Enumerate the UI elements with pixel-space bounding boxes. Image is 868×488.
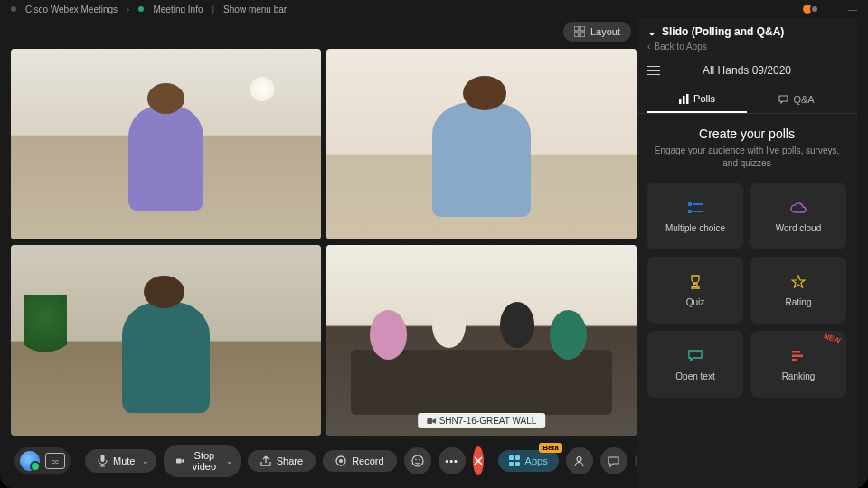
camera-icon [176,456,184,465]
layout-button[interactable]: Layout [563,22,631,42]
svg-rect-21 [693,203,703,205]
slido-panel: ⌄ Slido (Polling and Q&A) ‹ Back to Apps… [637,18,857,488]
apps-button[interactable]: Apps Beta [498,450,559,472]
layout-label: Layout [590,26,620,37]
svg-rect-4 [427,418,432,424]
svg-rect-20 [688,202,692,206]
svg-rect-25 [792,354,803,357]
poll-rating[interactable]: Rating [750,257,846,324]
poll-word-cloud[interactable]: Word cloud [750,183,846,249]
info-icon [138,6,144,12]
chevron-down-icon: ⌄ [647,25,656,38]
share-icon [260,455,271,466]
grid-icon [574,26,585,37]
poll-open-text[interactable]: Open text [647,331,743,398]
stop-video-button[interactable]: Stop video ⌄ [164,445,240,477]
video-tile-4[interactable]: SHN7-16-GREAT WALL [326,245,637,436]
speech-icon [688,350,703,362]
svg-point-11 [419,459,420,461]
svg-point-9 [412,455,423,466]
svg-rect-0 [574,26,579,31]
mic-icon [98,455,108,467]
poll-ranking[interactable]: NEW Ranking [750,331,846,398]
poll-quiz[interactable]: Quiz [647,257,743,324]
meeting-info-menu[interactable]: Meeting Info [153,5,203,14]
ranking-icon [792,350,805,362]
room-label: SHN7-16-GREAT WALL [418,413,546,428]
svg-rect-2 [574,33,579,37]
star-icon [791,275,806,289]
svg-rect-1 [580,26,585,31]
beta-badge: Beta [539,443,561,453]
chevron-down-icon[interactable]: ⌄ [226,456,233,465]
chat-icon [608,455,619,467]
video-tile-1[interactable] [11,49,321,239]
svg-point-16 [577,456,581,461]
apps-icon [509,455,520,466]
svg-rect-19 [686,94,689,104]
create-heading: Create your polls [651,127,843,141]
svg-rect-12 [509,455,514,460]
chevron-down-icon[interactable]: ⌄ [142,456,149,465]
svg-rect-22 [688,210,692,213]
record-icon [335,455,346,466]
panel-title-bar[interactable]: ⌄ Slido (Polling and Q&A) [637,18,857,42]
record-button[interactable]: Record [323,450,396,472]
event-title: All Hands 09/2020 [669,64,825,77]
svg-point-8 [339,459,343,463]
close-icon [473,455,484,466]
video-icon [427,418,436,425]
checklist-icon [688,202,703,214]
cloud-icon [790,202,807,213]
app-name: Cisco Webex Meetings [25,5,118,14]
tab-qa[interactable]: Q&A [747,86,846,113]
ellipsis-icon: ••• [445,455,458,466]
more-button[interactable]: ••• [439,447,466,474]
share-button[interactable]: Share [248,450,316,472]
svg-point-10 [415,459,417,461]
status-indicator-icon [803,5,812,14]
svg-rect-23 [693,211,703,212]
person-icon [573,455,585,467]
participants-button[interactable] [566,447,593,474]
panel-title: Slido (Polling and Q&A) [662,25,784,38]
svg-rect-3 [580,33,585,37]
assistant-icon [20,451,40,471]
reactions-button[interactable] [404,447,431,474]
smile-icon [411,455,424,467]
hamburger-icon[interactable] [647,66,660,76]
create-subtext: Engage your audience with live polls, su… [651,145,843,170]
assistant-button[interactable]: cc [14,447,71,474]
svg-rect-18 [683,96,685,104]
polls-icon [679,94,689,104]
show-menu-bar[interactable]: Show menu bar [223,5,287,14]
app-icon [11,6,16,12]
svg-rect-5 [101,455,105,462]
leave-button[interactable] [473,446,484,475]
video-tile-3[interactable] [11,245,321,436]
svg-rect-26 [792,359,797,361]
minimize-icon[interactable]: — [848,5,857,14]
mute-button[interactable]: Mute ⌄ [85,449,156,473]
captions-icon[interactable]: cc [45,453,65,469]
tab-polls[interactable]: Polls [647,86,747,113]
new-badge: NEW [823,332,842,344]
poll-multiple-choice[interactable]: Multiple choice [647,183,743,249]
svg-rect-17 [679,99,682,104]
chat-button[interactable] [600,447,627,474]
svg-rect-15 [515,462,520,466]
svg-rect-14 [509,462,514,466]
qa-icon [778,95,788,105]
svg-rect-24 [792,351,800,353]
back-to-apps[interactable]: ‹ Back to Apps [637,42,857,59]
video-tile-2[interactable] [326,49,637,239]
svg-rect-13 [515,455,520,460]
svg-rect-6 [176,459,181,464]
trophy-icon [689,275,702,289]
chevron-left-icon: ‹ [647,42,650,52]
